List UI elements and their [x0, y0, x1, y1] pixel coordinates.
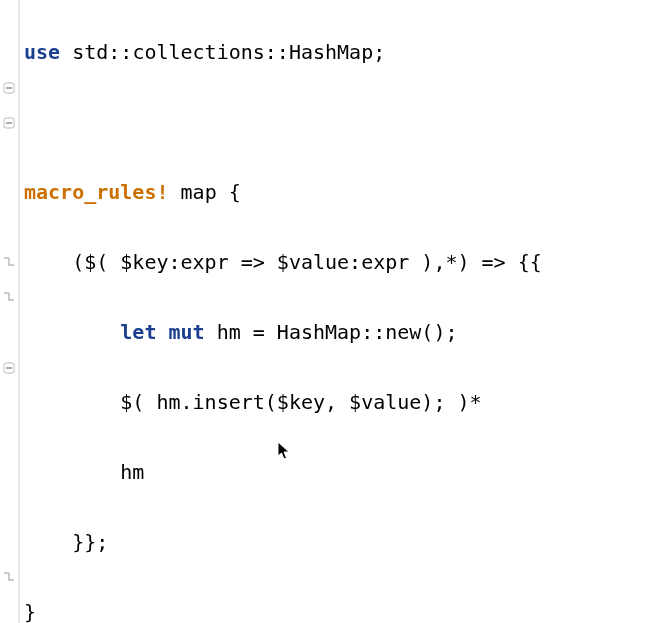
- brace-open: {: [229, 180, 241, 204]
- semicolon: ;: [373, 40, 385, 64]
- code-line: hm: [24, 455, 669, 490]
- brace-close: }: [24, 600, 36, 623]
- fold-minus-icon[interactable]: [2, 116, 16, 130]
- fold-minus-icon[interactable]: [2, 361, 16, 375]
- path: std::collections::HashMap: [72, 40, 373, 64]
- code-area[interactable]: use std::collections::HashMap; macro_rul…: [20, 0, 669, 623]
- macro-body: $( hm.insert($key, $value); )*: [24, 390, 482, 414]
- blank-line: [24, 105, 669, 140]
- code-line: macro_rules! map {: [24, 175, 669, 210]
- fold-end-icon[interactable]: [2, 256, 16, 270]
- macro-name: map: [181, 180, 217, 204]
- code-line: ($( $key:expr => $value:expr ),*) => {{: [24, 245, 669, 280]
- fold-end-icon[interactable]: [2, 571, 16, 585]
- fold-end-icon[interactable]: [2, 291, 16, 305]
- code-editor: use std::collections::HashMap; macro_rul…: [0, 0, 669, 623]
- macro-body: hm: [24, 460, 144, 484]
- keyword-let: let: [120, 320, 156, 344]
- close: }};: [24, 530, 108, 554]
- code-line: }};: [24, 525, 669, 560]
- keyword-mut: mut: [169, 320, 205, 344]
- code-line: $( hm.insert($key, $value); )*: [24, 385, 669, 420]
- fold-minus-icon[interactable]: [2, 81, 16, 95]
- macro-pattern: ($( $key:expr => $value:expr ),*) => {{: [24, 250, 542, 274]
- gutter: [0, 0, 20, 623]
- code-line: let mut hm = HashMap::new();: [24, 315, 669, 350]
- macro-rules-kw: macro_rules!: [24, 180, 169, 204]
- keyword-use: use: [24, 40, 60, 64]
- code-line: use std::collections::HashMap;: [24, 35, 669, 70]
- rest: hm = HashMap::new();: [205, 320, 458, 344]
- code-line: }: [24, 595, 669, 623]
